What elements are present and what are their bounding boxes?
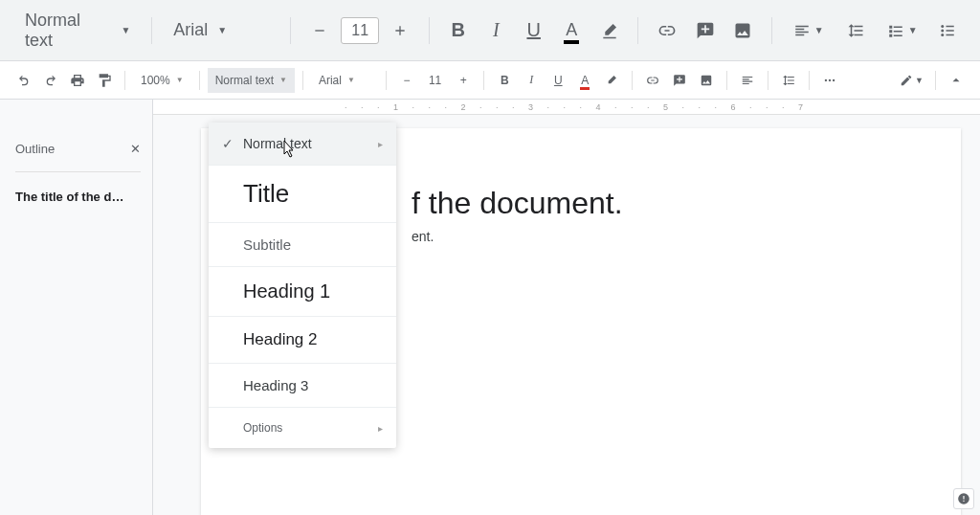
bulleted-list-button[interactable] — [931, 13, 965, 48]
style-option-h3[interactable]: Heading 3 — [209, 364, 396, 408]
secondary-toolbar: 100% ▼ Normal text ▼ Arial ▼ − 11 + B I … — [0, 61, 980, 100]
align-dropdown[interactable]: ▼ — [784, 13, 834, 48]
svg-point-4 — [829, 78, 831, 80]
style-option-label: Options — [243, 421, 378, 435]
style-option-options[interactable]: Options▸ — [209, 408, 396, 448]
italic-button[interactable]: I — [479, 13, 513, 48]
separator — [637, 17, 638, 44]
separator — [290, 17, 291, 44]
separator — [935, 71, 936, 90]
paragraph-style-label: Normal text — [215, 74, 274, 87]
increase-font-size-button[interactable] — [383, 13, 417, 48]
style-option-label: Subtitle — [243, 236, 383, 253]
svg-point-5 — [833, 78, 835, 80]
paragraph-style-menu: ✓Normal text▸TitleSubtitleHeading 1Headi… — [209, 123, 396, 448]
svg-point-2 — [942, 34, 945, 36]
paragraph-style-dropdown[interactable]: Normal text ▼ — [15, 7, 140, 55]
style-option-label: Normal text — [243, 136, 378, 151]
submenu-caret-icon: ▸ — [378, 423, 383, 434]
bold-button[interactable]: B — [441, 13, 475, 48]
separator — [632, 71, 633, 90]
svg-point-3 — [825, 78, 827, 80]
highlight-color-button[interactable] — [592, 13, 626, 48]
underline-button-secondary[interactable]: U — [546, 68, 570, 93]
style-option-title[interactable]: Title — [209, 166, 396, 223]
outline-title: Outline — [15, 142, 55, 156]
font-size-input[interactable]: 11 — [341, 17, 379, 44]
document-body-text[interactable]: ent. — [412, 229, 884, 244]
separator — [199, 71, 200, 90]
style-option-label: Heading 2 — [243, 330, 383, 349]
font-family-dropdown[interactable]: Arial ▼ — [164, 16, 278, 44]
font-family-label: Arial — [319, 74, 342, 87]
underline-button[interactable]: U — [517, 13, 550, 48]
line-spacing-dropdown[interactable] — [837, 13, 874, 48]
style-option-subtitle[interactable]: Subtitle — [209, 223, 396, 267]
style-option-label: Heading 3 — [243, 377, 383, 393]
redo-button[interactable] — [38, 68, 63, 93]
explore-button[interactable] — [953, 488, 974, 509]
undo-button[interactable] — [11, 68, 36, 93]
primary-toolbar: Normal text ▼ Arial ▼ 11 B I U A — [0, 0, 980, 61]
insert-link-button-secondary[interactable] — [640, 68, 665, 93]
style-option-h2[interactable]: Heading 2 — [209, 317, 396, 364]
text-color-button[interactable]: A — [554, 13, 588, 48]
collapse-toolbar-button[interactable] — [944, 68, 969, 93]
workspace: Outline ✕ The title of the d… · · · 1 · … — [0, 100, 980, 515]
caret-down-icon: ▼ — [217, 25, 227, 35]
print-button[interactable] — [65, 68, 90, 93]
separator — [429, 17, 430, 44]
highlight-button-secondary[interactable] — [599, 68, 624, 93]
more-button[interactable] — [817, 68, 842, 93]
outline-item[interactable]: The title of the d… — [15, 190, 141, 204]
align-button-secondary[interactable] — [735, 68, 760, 93]
font-size-group: 11 — [302, 13, 417, 48]
style-option-label: Heading 1 — [243, 280, 383, 302]
check-icon: ✓ — [222, 136, 243, 151]
zoom-dropdown[interactable]: 100% ▼ — [133, 68, 191, 93]
font-size-input-secondary[interactable]: 11 — [421, 68, 449, 93]
decrease-font-size-button[interactable] — [302, 13, 337, 48]
editing-mode-button[interactable]: ▼ — [896, 68, 927, 93]
svg-point-0 — [942, 25, 945, 28]
svg-point-1 — [942, 29, 945, 32]
paragraph-style-dropdown-secondary[interactable]: Normal text ▼ — [208, 68, 295, 93]
checklist-dropdown[interactable]: ▼ — [878, 13, 927, 48]
close-outline-button[interactable]: ✕ — [130, 142, 141, 156]
separator — [124, 71, 125, 90]
zoom-label: 100% — [141, 74, 170, 87]
separator — [302, 71, 303, 90]
separator — [726, 71, 727, 90]
caret-down-icon: ▼ — [176, 76, 184, 84]
separator — [483, 71, 484, 90]
add-comment-button[interactable] — [688, 13, 722, 48]
font-family-label: Arial — [173, 20, 208, 40]
separator — [151, 17, 152, 44]
insert-image-button[interactable] — [725, 13, 759, 48]
add-comment-button-secondary[interactable] — [667, 68, 692, 93]
separator — [768, 71, 768, 90]
caret-down-icon: ▼ — [121, 25, 130, 35]
outline-header: Outline ✕ — [15, 142, 141, 172]
caret-down-icon: ▼ — [279, 76, 287, 84]
submenu-caret-icon: ▸ — [378, 139, 383, 149]
line-spacing-button-secondary[interactable] — [776, 68, 801, 93]
style-option-normal[interactable]: ✓Normal text▸ — [209, 123, 396, 166]
caret-down-icon: ▼ — [347, 76, 355, 84]
italic-button-secondary[interactable]: I — [519, 68, 544, 93]
text-color-button-secondary[interactable]: A — [572, 68, 597, 93]
separator — [771, 17, 772, 44]
separator — [809, 71, 810, 90]
font-family-dropdown-secondary[interactable]: Arial ▼ — [311, 68, 378, 93]
insert-image-button-secondary[interactable] — [694, 68, 719, 93]
decrease-font-size-button-secondary[interactable]: − — [394, 68, 419, 93]
bold-button-secondary[interactable]: B — [492, 68, 517, 93]
ruler[interactable]: · · · 1 · · · 2 · · · 3 · · · 4 · · · 5 … — [153, 100, 980, 115]
insert-link-button[interactable] — [650, 13, 683, 48]
style-option-label: Title — [243, 179, 383, 209]
increase-font-size-button-secondary[interactable]: + — [451, 68, 476, 93]
document-title-text[interactable]: f the document. — [412, 186, 884, 221]
outline-sidebar: Outline ✕ The title of the d… — [0, 100, 153, 515]
paint-format-button[interactable] — [92, 68, 117, 93]
style-option-h1[interactable]: Heading 1 — [209, 267, 396, 317]
